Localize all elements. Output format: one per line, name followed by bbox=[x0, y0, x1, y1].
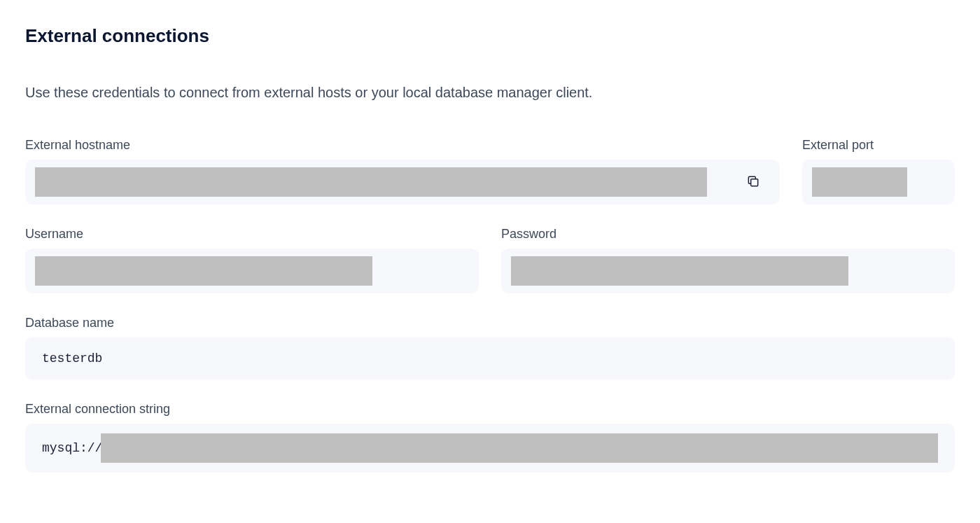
field-external-hostname: External hostname bbox=[25, 138, 780, 204]
svg-rect-0 bbox=[751, 179, 758, 186]
field-connection-string: External connection string mysql:// bbox=[25, 402, 955, 473]
password-value[interactable] bbox=[511, 256, 848, 286]
database-name-value[interactable]: testerdb bbox=[42, 351, 102, 365]
external-hostname-value[interactable] bbox=[35, 167, 707, 197]
database-name-value-box: testerdb bbox=[25, 337, 955, 379]
row-hostname-port: External hostname External port bbox=[25, 138, 955, 204]
username-label: Username bbox=[25, 227, 479, 242]
row-connection-string: External connection string mysql:// bbox=[25, 402, 955, 473]
external-hostname-value-box bbox=[25, 160, 780, 204]
username-value[interactable] bbox=[35, 256, 372, 286]
page-title: External connections bbox=[25, 25, 955, 47]
field-external-port: External port bbox=[802, 138, 955, 204]
external-port-value-box bbox=[802, 160, 955, 204]
database-name-label: Database name bbox=[25, 316, 955, 330]
page-description: Use these credentials to connect from ex… bbox=[25, 81, 641, 104]
username-value-box bbox=[25, 249, 479, 293]
connection-string-value[interactable] bbox=[101, 433, 938, 463]
password-value-box bbox=[501, 249, 955, 293]
copy-icon bbox=[746, 174, 760, 190]
external-hostname-label: External hostname bbox=[25, 138, 780, 153]
connection-string-label: External connection string bbox=[25, 402, 955, 417]
external-port-value[interactable] bbox=[812, 167, 907, 197]
row-username-password: Username Password bbox=[25, 227, 955, 293]
copy-hostname-button[interactable] bbox=[736, 168, 770, 196]
password-label: Password bbox=[501, 227, 955, 242]
field-password: Password bbox=[501, 227, 955, 293]
field-database-name: Database name testerdb bbox=[25, 316, 955, 379]
row-database-name: Database name testerdb bbox=[25, 316, 955, 379]
external-port-label: External port bbox=[802, 138, 955, 153]
connection-string-prefix[interactable]: mysql:// bbox=[42, 441, 102, 455]
field-username: Username bbox=[25, 227, 479, 293]
connection-string-value-box: mysql:// bbox=[25, 424, 955, 473]
